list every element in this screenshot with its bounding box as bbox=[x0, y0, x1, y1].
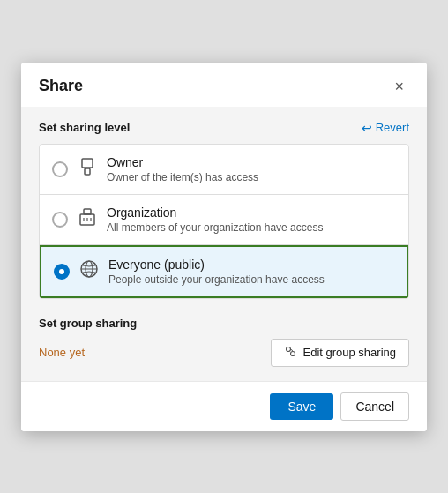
everyone-radio bbox=[54, 264, 70, 280]
everyone-option-desc: People outside your organization have ac… bbox=[108, 273, 394, 286]
sharing-option-organization[interactable]: Organization All members of your organiz… bbox=[40, 195, 408, 245]
owner-option-name: Owner bbox=[107, 155, 396, 169]
edit-group-sharing-label: Edit group sharing bbox=[302, 346, 396, 359]
share-dialog: Share × Set sharing level ↩ Revert bbox=[21, 63, 427, 431]
revert-label: Revert bbox=[376, 121, 409, 134]
sharing-level-section-header: Set sharing level ↩ Revert bbox=[39, 121, 409, 135]
dialog-footer: Save Cancel bbox=[21, 381, 427, 431]
organization-icon bbox=[77, 207, 98, 231]
dialog-title: Share bbox=[39, 77, 83, 95]
organization-option-name: Organization bbox=[107, 205, 396, 220]
organization-radio-outer bbox=[52, 212, 68, 228]
group-sharing-section: Set group sharing None yet Edit group sh… bbox=[39, 317, 409, 367]
organization-option-desc: All members of your organization have ac… bbox=[107, 221, 396, 234]
organization-option-text: Organization All members of your organiz… bbox=[107, 205, 396, 234]
revert-button[interactable]: ↩ Revert bbox=[362, 121, 409, 135]
sharing-option-owner[interactable]: Owner Owner of the item(s) has access bbox=[40, 145, 408, 195]
owner-option-text: Owner Owner of the item(s) has access bbox=[107, 155, 396, 183]
save-button[interactable]: Save bbox=[270, 393, 333, 420]
cancel-button[interactable]: Cancel bbox=[340, 392, 409, 421]
svg-rect-1 bbox=[85, 168, 90, 175]
sharing-options-list: Owner Owner of the item(s) has access bbox=[39, 144, 409, 299]
svg-point-11 bbox=[287, 347, 291, 351]
owner-radio-outer bbox=[52, 161, 68, 177]
everyone-option-text: Everyone (public) People outside your or… bbox=[108, 258, 394, 286]
svg-rect-0 bbox=[82, 159, 93, 168]
dialog-header: Share × bbox=[21, 63, 427, 107]
edit-group-sharing-button[interactable]: Edit group sharing bbox=[271, 339, 409, 367]
owner-radio bbox=[52, 161, 68, 177]
edit-group-icon bbox=[284, 345, 297, 361]
everyone-radio-outer bbox=[54, 264, 70, 280]
sharing-option-everyone[interactable]: Everyone (public) People outside your or… bbox=[40, 245, 408, 298]
sharing-level-label: Set sharing level bbox=[39, 121, 130, 134]
revert-icon: ↩ bbox=[362, 121, 372, 135]
svg-point-12 bbox=[291, 351, 295, 355]
public-icon bbox=[78, 259, 100, 283]
svg-rect-4 bbox=[84, 209, 91, 214]
everyone-radio-inner bbox=[59, 269, 64, 274]
owner-option-desc: Owner of the item(s) has access bbox=[107, 171, 396, 183]
everyone-option-name: Everyone (public) bbox=[108, 258, 394, 272]
dialog-body: Set sharing level ↩ Revert bbox=[21, 107, 427, 381]
owner-icon bbox=[77, 157, 98, 181]
organization-radio bbox=[52, 212, 68, 228]
group-sharing-label: Set group sharing bbox=[39, 317, 409, 330]
none-yet-label: None yet bbox=[39, 346, 85, 359]
group-sharing-row: None yet Edit group sharing bbox=[39, 339, 409, 367]
close-button[interactable]: × bbox=[389, 77, 409, 96]
